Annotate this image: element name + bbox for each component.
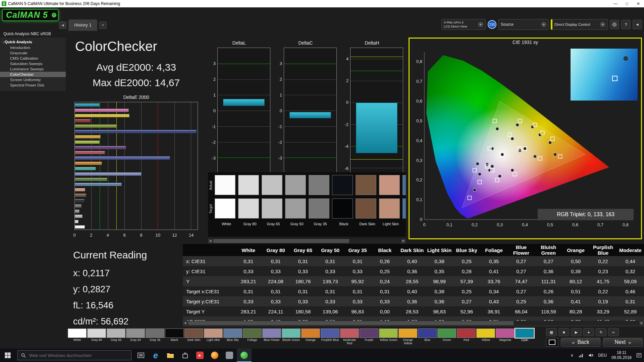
color-chip-blue[interactable]: Blue	[418, 328, 437, 345]
screenshot-tool-icon[interactable]	[222, 349, 237, 362]
continuous-button[interactable]: ∞	[608, 328, 619, 336]
color-chip-moderate-red[interactable]: Moderate Red	[340, 328, 359, 345]
color-chip-purple[interactable]: Purple	[360, 328, 378, 345]
meter-name: X-Rite i1Pro 2	[444, 20, 467, 24]
search-input[interactable]	[29, 353, 128, 358]
network-status[interactable]	[576, 349, 586, 362]
table-scrollbar[interactable]: ◀ ▶	[183, 321, 644, 325]
color-chip-purplish-blue[interactable]: Purplish Blue	[321, 328, 339, 345]
action-center-button[interactable]	[634, 349, 644, 362]
settings-button[interactable]	[610, 20, 619, 29]
y-tick-label: -2	[278, 140, 282, 145]
color-chip-bluish-green[interactable]: Bluish Green	[282, 328, 301, 345]
swatch-label: Dark Skin	[356, 222, 379, 226]
color-chip-cyan[interactable]: Cyan	[515, 328, 534, 345]
color-chip-foliage[interactable]: Foliage	[243, 328, 262, 345]
color-chip-yellow-green[interactable]: Yellow Green	[379, 328, 398, 345]
chart-plot	[284, 48, 337, 174]
column-header-gray-80: Gray 80	[262, 244, 289, 256]
color-chip-blue-flower[interactable]: Blue Flower	[262, 328, 281, 345]
sidebar-item-introduction[interactable]: Introduction	[0, 45, 66, 50]
help-button[interactable]: ?	[621, 20, 631, 29]
display-control-dropdown[interactable]: Direct Display Control ▼	[551, 19, 608, 30]
chip-color	[126, 328, 145, 338]
firefox-icon[interactable]	[207, 349, 222, 362]
color-chip-gray-35[interactable]: Gray 35	[146, 328, 164, 345]
logo-text: CalMAN 5	[6, 10, 48, 19]
sidebar-item-spectral-power-dist[interactable]: Spectral Power Dist.	[0, 82, 66, 88]
next-button[interactable]: Next »	[603, 338, 643, 347]
logo-dropdown-icon[interactable]: ▼	[52, 13, 56, 17]
panel-toggle-button[interactable]: ◀	[633, 20, 642, 29]
reference-line	[351, 71, 403, 71]
color-chip-green[interactable]: Green	[437, 328, 456, 345]
color-chip-yellow[interactable]: Yellow	[476, 328, 495, 345]
tray-expand-button[interactable]: ∧	[568, 349, 576, 362]
media-app-icon[interactable]: ▶	[193, 349, 207, 362]
swatch-label: Light Skin	[379, 222, 402, 226]
color-chip-magenta[interactable]: Magenta	[496, 328, 515, 345]
new-tab-button[interactable]: +	[99, 21, 107, 29]
edge-browser-icon[interactable]: e	[148, 349, 163, 362]
scrollbar-thumb[interactable]	[213, 239, 349, 243]
maximize-button[interactable]: □	[621, 0, 633, 7]
tab-history-1[interactable]: History 1	[68, 19, 97, 31]
taskbar-clock[interactable]: 18:11 09.05.2016	[609, 349, 634, 362]
svg-text:0,5: 0,5	[416, 118, 422, 123]
stop-button[interactable]: ■	[558, 328, 569, 336]
loop-button[interactable]: ↻	[596, 328, 606, 336]
color-chip-light-skin[interactable]: Light Skin	[204, 328, 223, 345]
y-tick-label: 0	[213, 108, 216, 113]
y-tick-label: 3	[280, 61, 282, 66]
color-chip-blue-sky[interactable]: Blue Sky	[223, 328, 242, 345]
chip-label: White	[68, 339, 87, 345]
language-indicator[interactable]: DEU	[596, 349, 609, 362]
close-button[interactable]: ✕	[633, 0, 644, 7]
sidebar-collapse-button[interactable]: ◀	[59, 21, 66, 29]
color-chip-white[interactable]: White	[68, 328, 87, 345]
color-chip-orange-yellow[interactable]: Orange Yellow	[398, 328, 417, 345]
swatch-scrollbar[interactable]: ◀ ▶	[208, 239, 406, 243]
sidebar-item-screen-uniformity[interactable]: Screen Uniformity	[0, 77, 66, 82]
color-chip-gray-50[interactable]: Gray 50	[126, 328, 145, 345]
scroll-right-icon[interactable]: ▶	[639, 321, 644, 325]
calman-taskbar-icon[interactable]	[237, 349, 252, 362]
back-button[interactable]: « Back	[561, 338, 600, 347]
sidebar-item-colorchecker[interactable]: ColorChecker	[0, 72, 66, 77]
scroll-right-icon[interactable]: ▶	[401, 239, 406, 243]
pattern-button[interactable]: ▦	[546, 328, 557, 336]
actual-swatch-gray-80	[238, 175, 259, 195]
color-chip-red[interactable]: Red	[457, 328, 476, 345]
scroll-left-icon[interactable]: ◀	[183, 321, 187, 325]
sidebar-root[interactable]: Quick Analysis	[0, 39, 66, 45]
color-chip-gray-80[interactable]: Gray 80	[87, 328, 106, 345]
chip-label: Gray 35	[146, 339, 164, 345]
sidebar-item-grayscale[interactable]: Grayscale	[0, 50, 66, 56]
display-preview-button[interactable]	[546, 338, 558, 347]
file-explorer-icon[interactable]	[163, 349, 178, 362]
sidebar-item-saturation-sweeps[interactable]: Saturation Sweeps	[0, 61, 66, 66]
swatch-label: Gray 50	[285, 222, 309, 226]
play-button[interactable]: ▶	[571, 328, 582, 336]
minimize-button[interactable]: —	[610, 0, 621, 7]
color-chip-orange[interactable]: Orange	[301, 328, 320, 345]
window-title: CalMAN 5 CalMAN Ultimate for Business 20…	[8, 1, 610, 6]
sidebar-item-luminance-sweeps[interactable]: Luminance Sweeps	[0, 66, 66, 72]
source-dropdown[interactable]: Source ▼	[498, 19, 549, 30]
actual-target-panel: Actual Target WhiteGray 80Gray 65Gray 50…	[208, 172, 406, 237]
calman-logo[interactable]: CalMAN 5 ▼	[2, 9, 59, 21]
meter-dropdown[interactable]: X-Rite i1Pro 2 LCD Direct View ▼	[441, 19, 486, 30]
chart-plot	[350, 48, 403, 174]
store-icon[interactable]	[178, 349, 193, 362]
taskbar-search[interactable]	[17, 350, 131, 360]
start-button[interactable]	[0, 349, 15, 362]
record-button[interactable]: ●	[583, 328, 594, 336]
scrollbar-thumb[interactable]	[188, 321, 514, 325]
task-view-button[interactable]	[133, 349, 148, 362]
color-chip-black[interactable]: Black	[165, 328, 184, 345]
color-chip-dark-skin[interactable]: Dark Skin	[184, 328, 203, 345]
sidebar-item-cms-calibration[interactable]: CMS Calibration	[0, 56, 66, 61]
volume-status[interactable]	[586, 349, 596, 362]
color-chip-gray-65[interactable]: Gray 65	[107, 328, 125, 345]
scroll-left-icon[interactable]: ◀	[208, 239, 213, 243]
